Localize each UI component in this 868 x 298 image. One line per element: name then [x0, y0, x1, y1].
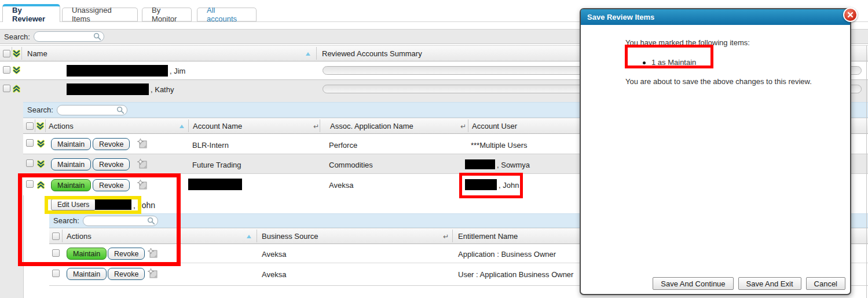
- tab-by-reviewer[interactable]: By Reviewer: [2, 4, 60, 22]
- column-header-business-source[interactable]: Business Source: [262, 228, 318, 244]
- business-source-cell: Aveksa: [262, 270, 286, 279]
- assoc-app-cell: Perforce: [329, 141, 357, 150]
- search-label: Search:: [4, 32, 30, 41]
- column-menu-icon[interactable]: ↵: [460, 123, 466, 130]
- edit-users-button[interactable]: Edit Users: [51, 199, 96, 210]
- redacted-reviewer-name: [67, 83, 149, 95]
- change-request-note-icon[interactable]: [147, 248, 158, 259]
- column-header-actions[interactable]: Actions: [49, 118, 74, 133]
- row-checkbox[interactable]: [52, 270, 60, 277]
- row-checkbox[interactable]: [26, 139, 34, 147]
- entitlement-name-cell: Application : Business Owner: [458, 250, 556, 259]
- account-user-suffix: , Sowmya: [497, 161, 530, 169]
- change-request-note-icon[interactable]: [137, 158, 148, 169]
- change-request-note-icon[interactable]: [137, 138, 148, 149]
- dialog-button-row: Save And Continue Save And Exit Cancel: [653, 277, 845, 290]
- redacted-user-name: [465, 159, 495, 169]
- column-header-assoc-application-name[interactable]: Assoc. Application Name: [330, 118, 413, 133]
- redacted-account-name: [188, 179, 242, 190]
- redacted-reviewer-name: [67, 65, 168, 77]
- column-header-reviewed-accounts-summary[interactable]: Reviewed Accounts Summary: [322, 46, 422, 61]
- search-icon[interactable]: [116, 106, 124, 114]
- maintain-button[interactable]: Maintain: [51, 158, 91, 170]
- save-and-exit-button[interactable]: Save And Exit: [738, 277, 801, 290]
- select-all-checkbox[interactable]: [52, 232, 60, 240]
- table-right-border: [866, 45, 867, 298]
- sort-asc-icon: [247, 235, 251, 238]
- tab-label: All accounts: [207, 6, 247, 23]
- collapse-row-icon[interactable]: [37, 181, 45, 190]
- column-header-name[interactable]: Name: [27, 46, 47, 61]
- entitlements-search-input[interactable]: [83, 216, 158, 226]
- search-icon[interactable]: [147, 217, 155, 225]
- expanded-row-gutter: [0, 102, 24, 298]
- column-menu-icon[interactable]: ↵: [443, 233, 449, 240]
- bullet-icon: [643, 61, 646, 64]
- select-all-checkbox[interactable]: [26, 122, 34, 130]
- dialog-intro-text: You have marked the following items:: [625, 38, 750, 47]
- dialog-titlebar: Save Review Items: [581, 9, 850, 25]
- maintain-button-selected[interactable]: Maintain: [67, 248, 107, 260]
- sort-asc-icon: [180, 125, 184, 128]
- column-header-account-name[interactable]: Account Name: [193, 118, 242, 133]
- tab-unassigned-items[interactable]: Unassigned Items: [62, 8, 138, 21]
- search-input[interactable]: [34, 31, 104, 42]
- row-checkbox[interactable]: [3, 66, 10, 74]
- change-request-note-icon[interactable]: [137, 179, 148, 190]
- review-page: By Reviewer Unassigned Items By Monitor …: [0, 0, 868, 298]
- search-icon[interactable]: [93, 32, 101, 41]
- change-request-note-icon[interactable]: [147, 268, 158, 279]
- row-checkbox[interactable]: [26, 180, 34, 188]
- select-all-checkbox[interactable]: [3, 50, 10, 57]
- row-checkbox[interactable]: [52, 249, 60, 257]
- account-user-cell: ***Multiple Users: [471, 141, 528, 150]
- account-name-cell: Future Trading: [192, 161, 241, 169]
- expand-row-icon[interactable]: [37, 160, 45, 169]
- column-header-account-user[interactable]: Account User: [472, 118, 517, 133]
- maintain-button-selected[interactable]: Maintain: [51, 179, 91, 191]
- save-and-continue-button[interactable]: Save And Continue: [653, 277, 733, 290]
- reviewer-name-suffix: , Jim: [170, 67, 185, 75]
- assoc-app-cell: Aveksa: [329, 181, 353, 190]
- revoke-button[interactable]: Revoke: [93, 179, 130, 191]
- column-menu-icon[interactable]: ↵: [313, 123, 319, 130]
- accounts-search-input[interactable]: [57, 105, 127, 115]
- expand-row-icon[interactable]: [37, 140, 45, 148]
- collapse-row-icon[interactable]: [13, 85, 20, 93]
- redacted-user-name: [465, 179, 497, 190]
- account-name-cell: BLR-Intern: [192, 141, 229, 150]
- search-label: Search:: [53, 216, 79, 225]
- expand-all-icon[interactable]: [13, 50, 20, 58]
- dialog-marked-item: 1 as Maintain: [651, 58, 696, 67]
- cancel-button[interactable]: Cancel: [806, 277, 845, 290]
- close-icon[interactable]: [843, 8, 858, 22]
- maintain-button[interactable]: Maintain: [67, 268, 107, 280]
- row-checkbox[interactable]: [26, 159, 34, 167]
- revoke-button[interactable]: Revoke: [93, 138, 130, 150]
- sort-asc-icon: [306, 52, 310, 56]
- assoc-app-cell: Commodities: [329, 161, 373, 169]
- row-checkbox[interactable]: [3, 85, 10, 92]
- reviewer-name-suffix: , Kathy: [151, 85, 174, 94]
- tab-label: Unassigned Items: [72, 6, 128, 23]
- search-label: Search:: [27, 106, 53, 114]
- revoke-button[interactable]: Revoke: [108, 248, 145, 260]
- entitlement-name-cell: User : Application Business Owner: [458, 270, 573, 279]
- dialog-title: Save Review Items: [587, 13, 654, 21]
- revoke-button[interactable]: Revoke: [93, 158, 130, 170]
- edit-users-user-suffix: , John: [133, 201, 155, 210]
- business-source-cell: Aveksa: [262, 250, 286, 259]
- tab-by-monitor[interactable]: By Monitor: [142, 8, 192, 21]
- save-review-items-dialog: Save Review Items You have marked the fo…: [580, 8, 851, 295]
- maintain-button[interactable]: Maintain: [51, 138, 91, 150]
- tab-label: By Reviewer: [12, 6, 50, 23]
- expand-all-icon[interactable]: [36, 122, 44, 130]
- tab-all-accounts[interactable]: All accounts: [197, 8, 257, 21]
- column-header-actions[interactable]: Actions: [67, 228, 91, 244]
- account-user-suffix: , John: [499, 181, 519, 190]
- dialog-confirm-text: You are about to save the above changes …: [625, 77, 812, 86]
- tab-label: By Monitor: [152, 6, 182, 23]
- expand-row-icon[interactable]: [13, 66, 20, 75]
- column-header-entitlement-name[interactable]: Entitlement Name: [458, 228, 518, 244]
- revoke-button[interactable]: Revoke: [108, 268, 145, 280]
